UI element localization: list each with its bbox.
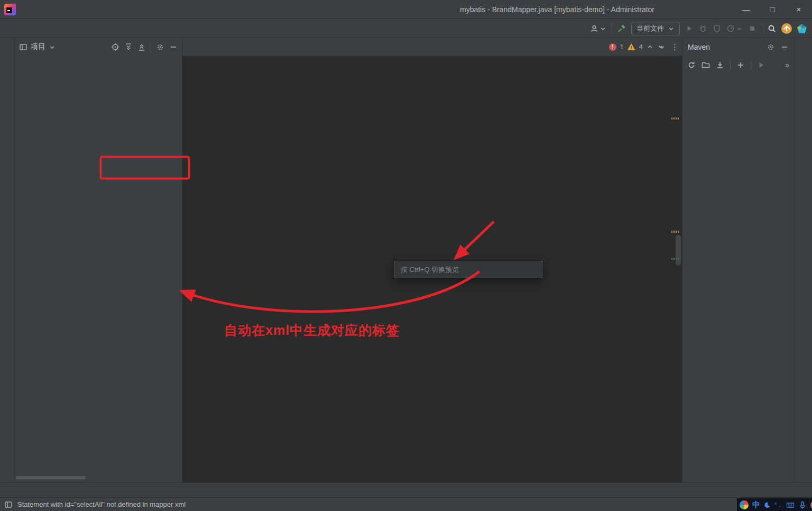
hide-panel-icon[interactable] — [780, 43, 789, 51]
main-toolbar: 当前文件 — [0, 19, 812, 38]
microphone-icon[interactable] — [798, 501, 807, 509]
maximize-button[interactable]: □ — [759, 0, 786, 19]
user-profile-button[interactable] — [590, 24, 606, 33]
error-count: 1 — [620, 43, 624, 51]
editor-tab-bar — [182, 38, 682, 56]
locate-file-icon[interactable] — [111, 43, 119, 51]
project-view-icon — [19, 43, 27, 51]
maven-toolbar: » — [682, 56, 794, 74]
run-button[interactable] — [685, 24, 694, 33]
add-maven-project-icon[interactable] — [736, 61, 745, 69]
project-panel-header: 项目 — [15, 38, 182, 56]
close-button[interactable]: × — [786, 0, 812, 19]
profiler-button[interactable] — [726, 24, 743, 33]
horizontal-scrollbar[interactable] — [16, 476, 86, 479]
project-panel-title: 项目 — [31, 42, 45, 52]
run-configuration-select[interactable]: 当前文件 — [631, 22, 680, 35]
collapse-all-icon[interactable] — [137, 43, 146, 51]
tool-window-bar — [0, 482, 812, 497]
status-message[interactable]: Statement with id="selectAll" not define… — [17, 500, 186, 508]
editor-area: ⋮ ! 1 ! 4 按 Ctrl+Q 切换预览 — [182, 38, 682, 482]
right-tool-window-stripe — [794, 38, 812, 482]
search-everywhere-icon[interactable] — [768, 24, 776, 33]
update-available-icon[interactable] — [781, 23, 792, 34]
error-stripe-mark[interactable] — [671, 117, 679, 120]
ide-promo-icon[interactable] — [797, 24, 807, 33]
keyboard-icon[interactable] — [786, 501, 795, 509]
coverage-button[interactable] — [713, 24, 721, 33]
error-stripe-mark[interactable] — [671, 231, 679, 233]
warning-count: 4 — [639, 43, 643, 51]
stop-button[interactable] — [748, 24, 756, 33]
chevron-down-icon[interactable] — [49, 44, 56, 51]
prev-problem-icon[interactable] — [647, 43, 653, 50]
code-area[interactable] — [182, 56, 682, 57]
run-configuration-label: 当前文件 — [636, 24, 664, 33]
context-menu-hint: 按 Ctrl+Q 切换预览 — [394, 261, 542, 278]
reload-maven-icon[interactable] — [687, 61, 696, 69]
ime-toolbar: 中 °， — [737, 498, 812, 511]
generate-sources-icon[interactable] — [702, 61, 710, 69]
maven-tool-window: Maven » — [682, 38, 794, 482]
project-tool-window: 项目 — [15, 38, 182, 482]
toolbar-right: 当前文件 — [590, 19, 807, 38]
next-problem-icon[interactable] — [657, 43, 664, 50]
status-bar: Statement with id="selectAll" not define… — [0, 497, 812, 511]
context-menu: 按 Ctrl+Q 切换预览 — [394, 261, 542, 278]
expand-all-icon[interactable] — [124, 43, 133, 51]
title-bar: mybatis - BrandMapper.java [mybatis-demo… — [0, 0, 812, 19]
maven-panel-header: Maven — [682, 38, 794, 56]
ime-punctuation-icon[interactable]: °， — [774, 502, 782, 508]
error-count-icon: ! — [609, 43, 616, 51]
build-hammer-icon[interactable] — [617, 24, 626, 33]
gear-icon[interactable] — [156, 43, 164, 51]
tool-window-layout-icon[interactable] — [4, 500, 13, 509]
more-actions-icon[interactable]: » — [785, 61, 789, 69]
toolbar-separator — [751, 60, 751, 70]
toolbar-separator — [151, 42, 151, 52]
moon-icon[interactable] — [764, 501, 771, 508]
inspection-widget[interactable]: ! 1 ! 4 — [609, 43, 664, 51]
maven-panel-title: Maven — [688, 43, 710, 51]
ime-logo-icon[interactable] — [740, 500, 749, 509]
application-window: mybatis - BrandMapper.java [mybatis-demo… — [0, 0, 812, 511]
editor-scrollbar[interactable] — [676, 235, 681, 266]
toolbar-separator — [612, 23, 612, 34]
window-title: mybatis - BrandMapper.java [mybatis-demo… — [460, 0, 654, 19]
window-controls: — □ × — [733, 0, 812, 19]
debug-button[interactable] — [699, 24, 707, 33]
idea-logo-icon — [4, 4, 16, 15]
left-tool-window-stripe — [0, 38, 15, 482]
toolbar-separator — [762, 23, 762, 34]
warning-triangle-icon: ! — [628, 43, 635, 50]
run-maven-goal-icon[interactable] — [757, 61, 765, 69]
minimize-button[interactable]: — — [733, 0, 759, 19]
gear-icon[interactable] — [767, 43, 775, 51]
tab-options-icon[interactable]: ⋮ — [671, 42, 679, 52]
download-sources-icon[interactable] — [716, 61, 724, 69]
hide-panel-icon[interactable] — [169, 43, 178, 51]
ime-language-icon[interactable]: 中 — [752, 500, 760, 510]
toolbar-separator — [730, 60, 731, 70]
